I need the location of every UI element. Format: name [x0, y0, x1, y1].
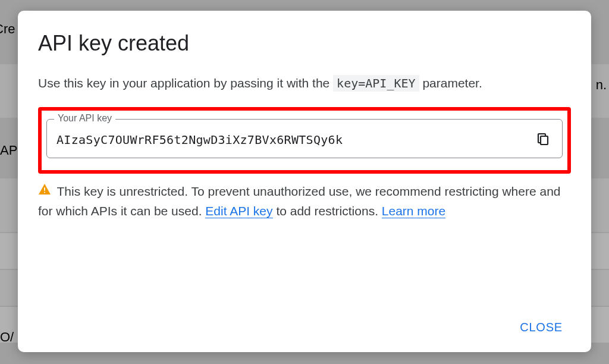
edit-api-key-link[interactable]: Edit API key [205, 204, 272, 218]
warning-text-2: to add restrictions. [273, 204, 382, 218]
field-label: Your API key [54, 113, 115, 124]
svg-rect-0 [541, 136, 548, 145]
api-key-field: Your API key AIzaSyC7OUWrRF56t2NgwD3iXz7… [46, 119, 563, 158]
warning-message: This key is unrestricted. To prevent una… [38, 182, 571, 221]
param-code: key=API_KEY [333, 75, 419, 92]
copy-icon [536, 131, 550, 146]
bg-text: n. [596, 77, 607, 93]
dialog-title: API key created [38, 31, 571, 56]
dialog-description: Use this key in your application by pass… [38, 74, 571, 93]
bg-text: AP [0, 143, 17, 158]
close-button[interactable]: CLOSE [511, 315, 571, 340]
bg-text: Cre [0, 21, 15, 37]
warning-icon [38, 181, 51, 201]
api-key-value: AIzaSyC7OUWrRF56t2NgwD3iXz7BVx6RWTSQy6k [56, 133, 533, 147]
bg-text: O/ [0, 330, 14, 345]
learn-more-link[interactable]: Learn more [382, 204, 445, 218]
copy-button[interactable] [533, 129, 553, 150]
api-key-created-dialog: API key created Use this key in your app… [18, 11, 591, 352]
api-key-highlight: Your API key AIzaSyC7OUWrRF56t2NgwD3iXz7… [38, 107, 571, 174]
dialog-actions: CLOSE [38, 303, 571, 340]
desc-text-pre: Use this key in your application by pass… [38, 76, 333, 90]
desc-text-post: parameter. [419, 76, 482, 90]
svg-rect-1 [44, 187, 45, 190]
svg-rect-2 [44, 192, 45, 193]
